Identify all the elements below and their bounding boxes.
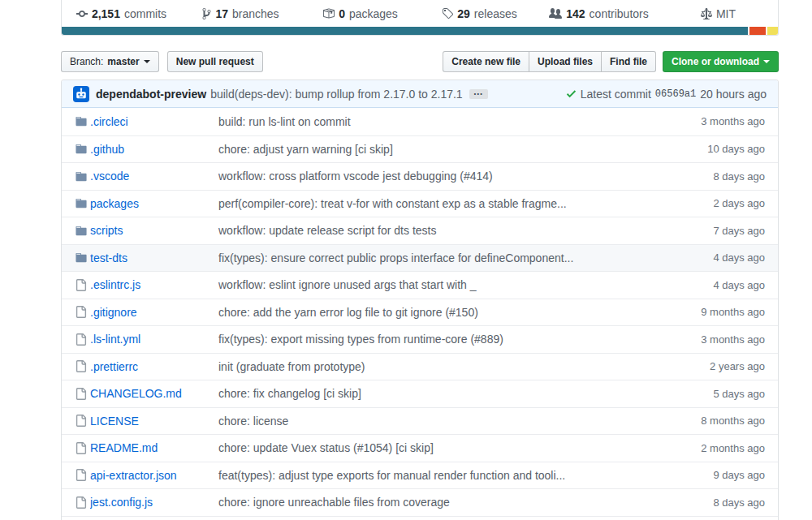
file-commit-message-link[interactable]: chore: adjust yarn warning [ci skip] xyxy=(218,143,393,156)
stat-commits[interactable]: 2,151commits xyxy=(62,7,181,20)
stat-count: 17 xyxy=(215,7,228,20)
upload-files-button[interactable]: Upload files xyxy=(529,51,602,72)
file-icon xyxy=(75,306,90,318)
language-bar[interactable] xyxy=(62,27,778,35)
file-commit-message-link[interactable]: chore: ignore unreachable files from cov… xyxy=(218,496,450,509)
file-age: 4 days ago xyxy=(667,279,765,291)
file-row: README.md chore: update Vuex status (#10… xyxy=(62,434,778,462)
file-row: test-dts fix(types): ensure correct publ… xyxy=(62,244,778,272)
file-age: 4 days ago xyxy=(667,251,765,264)
branch-selector-button[interactable]: Branch: master xyxy=(61,51,159,72)
folder-icon xyxy=(75,251,90,264)
file-name-link[interactable]: README.md xyxy=(90,441,158,454)
tag-icon xyxy=(442,7,453,20)
file-name-link[interactable]: .github xyxy=(90,143,124,156)
file-row: .circleci build: run ls-lint on commit 3… xyxy=(62,108,778,135)
stat-contributors[interactable]: 142contributors xyxy=(539,7,659,20)
file-commit-message-link[interactable]: chore: fix changelog [ci skip] xyxy=(218,387,361,400)
file-icon xyxy=(75,279,90,291)
folder-icon xyxy=(75,115,90,127)
file-commit-message-link[interactable]: workflow: cross platform vscode jest deb… xyxy=(218,170,493,183)
file-table-rows: .circleci build: run ls-lint on commit 3… xyxy=(62,108,778,520)
stat-branches[interactable]: 17branches xyxy=(181,7,300,20)
stat-releases[interactable]: 29releases xyxy=(420,7,539,20)
branch-icon xyxy=(202,7,211,20)
file-name-link[interactable]: scripts xyxy=(90,224,123,237)
file-commit-message-link[interactable]: perf(compiler-core): treat v-for with co… xyxy=(218,197,567,210)
stat-label: commits xyxy=(124,7,166,20)
file-age: 3 months ago xyxy=(667,333,765,346)
file-name-link[interactable]: packages xyxy=(90,197,139,210)
file-table: dependabot-preview build(deps-dev): bump… xyxy=(61,80,779,520)
package-icon xyxy=(322,7,335,19)
file-commit-message-link[interactable]: fix(types): export missing types from ru… xyxy=(218,333,503,346)
file-name-link[interactable]: test-dts xyxy=(90,251,127,264)
file-name-link[interactable]: .ls-lint.yml xyxy=(90,333,140,346)
file-commit-message-link[interactable]: init (graduate from prototype) xyxy=(218,360,365,373)
stat-count: 2,151 xyxy=(92,7,120,20)
file-name-link[interactable]: LICENSE xyxy=(90,415,139,428)
file-actions-group: Create new file Upload files Find file xyxy=(443,51,656,72)
file-row: packages perf(compiler-core): treat v-fo… xyxy=(62,190,778,217)
file-name-link[interactable]: jest.config.js xyxy=(90,496,153,509)
file-icon xyxy=(75,415,90,427)
chevron-down-icon xyxy=(763,60,770,67)
latest-commit-meta: Latest commit 06569a1 20 hours ago xyxy=(566,88,767,101)
file-commit-message-link[interactable]: workflow: eslint ignore unused args that… xyxy=(218,278,477,291)
folder-icon xyxy=(75,197,90,209)
contributors-icon xyxy=(549,7,562,20)
file-row: LICENSE chore: license 8 months ago xyxy=(62,407,778,435)
file-name-link[interactable]: api-extractor.json xyxy=(90,469,177,482)
file-commit-message-link[interactable]: chore: license xyxy=(218,415,288,428)
file-commit-message-link[interactable]: build: run ls-lint on commit xyxy=(218,115,351,128)
commit-message-link[interactable]: build(deps-dev): bump rollup from 2.17.0… xyxy=(210,88,463,101)
file-commit-message-link[interactable]: workflow: update release script for dts … xyxy=(218,224,436,237)
repository-page: 2,151commits17branches0packages29release… xyxy=(61,0,779,520)
file-age: 9 months ago xyxy=(667,306,765,318)
check-icon[interactable] xyxy=(566,88,577,100)
file-name-link[interactable]: CHANGELOG.md xyxy=(90,387,182,400)
file-commit-message-link[interactable]: chore: add the yarn error log file to gi… xyxy=(218,306,478,319)
file-name-link[interactable]: .vscode xyxy=(90,170,129,183)
file-age: 2 days ago xyxy=(667,197,765,209)
branch-name: master xyxy=(107,56,139,67)
file-icon xyxy=(75,333,90,346)
file-commit-message-link[interactable]: fix(types): ensure correct public props … xyxy=(218,251,573,264)
file-age: 5 days ago xyxy=(667,388,765,400)
stat-label: releases xyxy=(474,7,517,20)
file-row: api-extractor.json feat(types): adjust t… xyxy=(62,462,778,489)
file-icon xyxy=(75,388,90,400)
file-name-link[interactable]: .prettierrc xyxy=(90,360,138,373)
create-new-file-button[interactable]: Create new file xyxy=(443,51,529,72)
stat-MIT[interactable]: MIT xyxy=(659,7,778,20)
clone-or-download-button[interactable]: Clone or download xyxy=(663,51,779,72)
file-row: .ls-lint.yml fix(types): export missing … xyxy=(62,325,778,353)
find-file-button[interactable]: Find file xyxy=(601,51,656,72)
stat-packages[interactable]: 0packages xyxy=(300,7,420,20)
file-row: .gitignore chore: add the yarn error log… xyxy=(62,299,778,326)
file-commit-message-link[interactable]: chore: update Vuex status (#1054) [ci sk… xyxy=(218,441,434,454)
file-icon xyxy=(75,469,90,481)
language-segment-html[interactable] xyxy=(749,27,766,35)
commit-author-link[interactable]: dependabot-preview xyxy=(96,88,206,101)
latest-commit-label: Latest commit xyxy=(581,88,651,101)
new-pull-request-button[interactable]: New pull request xyxy=(167,51,263,72)
language-segment-typescript[interactable] xyxy=(62,27,748,35)
file-icon xyxy=(75,360,90,372)
file-name-link[interactable]: .eslintrc.js xyxy=(90,278,140,291)
clone-or-download-label: Clone or download xyxy=(672,56,759,67)
file-name-link[interactable]: .gitignore xyxy=(90,306,137,319)
file-row: .vscode workflow: cross platform vscode … xyxy=(62,162,778,190)
file-age: 2 years ago xyxy=(667,360,765,372)
file-age: 8 months ago xyxy=(667,415,765,427)
file-name-link[interactable]: .circleci xyxy=(90,115,128,128)
stat-label: contributors xyxy=(590,7,649,20)
commit-hash-link[interactable]: 06569a1 xyxy=(655,88,696,100)
dependabot-avatar[interactable] xyxy=(73,86,89,102)
commit-message-expander[interactable]: … xyxy=(469,89,488,99)
file-commit-message-link[interactable]: feat(types): adjust type exports for man… xyxy=(218,469,565,482)
file-row: .github chore: adjust yarn warning [ci s… xyxy=(62,135,778,163)
language-segment-javascript[interactable] xyxy=(767,27,778,35)
file-row xyxy=(62,516,778,520)
file-row: .prettierrc init (graduate from prototyp… xyxy=(62,353,778,380)
